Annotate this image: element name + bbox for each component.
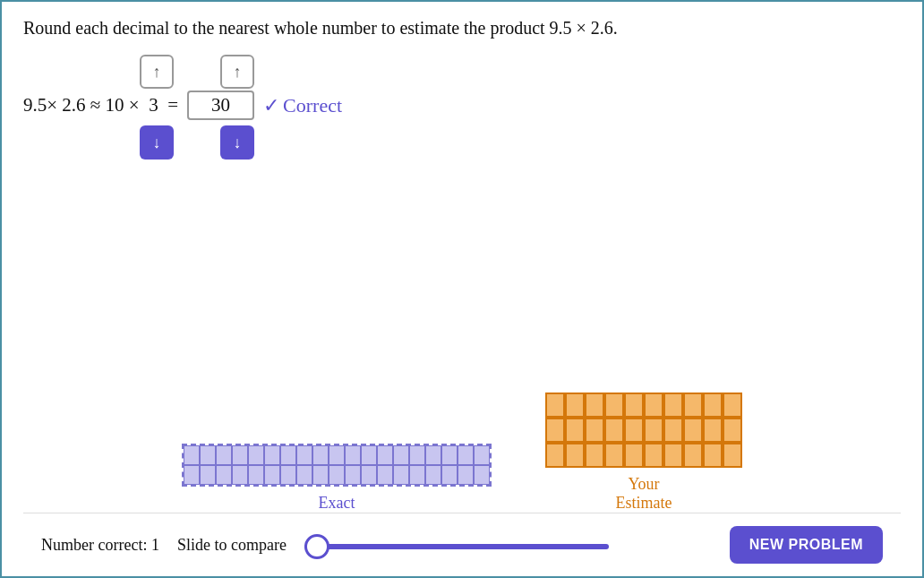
correct-label-text: Correct xyxy=(283,94,342,117)
estimate-grid-cell xyxy=(723,443,742,468)
down-button-2[interactable]: ↓ xyxy=(220,125,254,160)
bottom-bar: Number correct: 1 Slide to compare NEW P… xyxy=(23,513,901,576)
estimate-grid-cell xyxy=(545,418,565,443)
estimate-grid-cell xyxy=(604,443,624,468)
exact-grid-cell xyxy=(409,445,425,465)
estimate-grid-cell xyxy=(663,418,683,443)
slide-label: Slide to compare xyxy=(177,536,287,555)
estimate-grid-cell xyxy=(644,393,663,418)
estimate-grid-cell xyxy=(624,418,644,443)
exact-grid-cell xyxy=(280,445,296,465)
exact-grid-cell xyxy=(248,445,264,465)
estimate-grid-cell xyxy=(683,443,703,468)
estimate-grid-cell xyxy=(703,418,723,443)
exact-grid-cell xyxy=(232,445,248,465)
estimate-grid-cell xyxy=(723,393,742,418)
equation-row: 9.5× 2.6 ≈ 10 × 3 = ✓ Correct xyxy=(23,91,901,120)
estimate-grid-cell xyxy=(683,393,703,418)
exact-grid-cell xyxy=(232,465,248,485)
exact-grid-cell xyxy=(184,465,200,485)
estimate-grid-cell xyxy=(545,393,565,418)
exact-grid-cell xyxy=(312,465,329,485)
estimate-grid-cell xyxy=(644,418,663,443)
exact-grid-cell xyxy=(184,445,200,465)
exact-grid-cell xyxy=(345,465,361,485)
exact-grid-cell xyxy=(296,465,312,485)
exact-grid-cell xyxy=(441,445,458,465)
exact-grid-cell xyxy=(377,465,393,485)
exact-grid-cell xyxy=(393,465,409,485)
estimate-grid-cell xyxy=(703,443,723,468)
question-text: Round each decimal to the nearest whole … xyxy=(23,18,901,39)
grids-area: Exact Your Estimate xyxy=(23,213,901,513)
exact-grid-cell xyxy=(409,465,425,485)
slider-container xyxy=(304,537,609,553)
estimate-grid-cell xyxy=(565,443,585,468)
exact-grid-cell xyxy=(361,465,377,485)
answer-input[interactable] xyxy=(187,91,254,120)
exact-grid-cell xyxy=(361,445,377,465)
estimate-grid-cell xyxy=(663,443,683,468)
estimate-grid-cell xyxy=(585,418,604,443)
estimate-label: Your Estimate xyxy=(616,475,672,513)
down-buttons-row: ↓ ↓ xyxy=(140,125,901,160)
exact-grid-cell xyxy=(280,465,296,485)
exact-grid-cell xyxy=(458,445,474,465)
exact-grid-cell xyxy=(312,445,329,465)
exact-grid-cell xyxy=(425,445,441,465)
exact-grid-cell xyxy=(216,465,232,485)
estimate-grid-cell xyxy=(644,443,663,468)
up-button-1[interactable]: ↑ xyxy=(140,55,174,89)
estimate-grid-cell xyxy=(663,393,683,418)
exact-grid-cell xyxy=(216,445,232,465)
exact-grid-cell xyxy=(200,445,216,465)
exact-grid-cell xyxy=(345,445,361,465)
estimate-grid-cell xyxy=(604,418,624,443)
exact-grid-cell xyxy=(329,465,345,485)
number-correct: Number correct: 1 xyxy=(41,536,159,555)
estimate-grid-container: Your Estimate xyxy=(545,393,742,513)
exact-grid-cell xyxy=(393,445,409,465)
exact-grid-container: Exact xyxy=(182,444,492,513)
estimate-grid-cell xyxy=(604,393,624,418)
exact-grid-cell xyxy=(248,465,264,485)
estimate-grid-cell xyxy=(545,443,565,468)
up-button-2[interactable]: ↑ xyxy=(220,55,254,89)
exact-grid-cell xyxy=(296,445,312,465)
estimate-grid-cell xyxy=(624,443,644,468)
new-problem-button[interactable]: NEW PROBLEM xyxy=(730,526,883,564)
estimate-grid-cell xyxy=(683,418,703,443)
exact-label: Exact xyxy=(319,494,355,513)
estimate-grid-cell xyxy=(585,393,604,418)
exact-grid-cell xyxy=(264,445,280,465)
exact-grid-cell xyxy=(264,465,280,485)
exact-grid-cell xyxy=(474,445,490,465)
exact-grid-cell xyxy=(425,465,441,485)
correct-feedback: ✓ Correct xyxy=(263,94,342,117)
equation-left: 9.5× 2.6 ≈ 10 × 3 = xyxy=(23,94,178,116)
estimate-grid xyxy=(545,393,742,468)
estimate-grid-cell xyxy=(723,418,742,443)
exact-grid-cell xyxy=(474,465,490,485)
exact-grid xyxy=(182,444,492,487)
exact-grid-cell xyxy=(329,445,345,465)
check-icon: ✓ xyxy=(263,94,279,117)
down-button-1[interactable]: ↓ xyxy=(140,125,174,160)
estimate-grid-cell xyxy=(585,443,604,468)
exact-grid-cell xyxy=(441,465,458,485)
exact-grid-cell xyxy=(200,465,216,485)
estimate-grid-cell xyxy=(624,393,644,418)
exact-grid-cell xyxy=(458,465,474,485)
estimate-grid-cell xyxy=(565,418,585,443)
estimate-grid-cell xyxy=(565,393,585,418)
up-buttons-row: ↑ ↑ xyxy=(140,55,901,89)
exact-grid-cell xyxy=(377,445,393,465)
estimate-grid-cell xyxy=(703,393,723,418)
compare-slider[interactable] xyxy=(304,544,609,549)
